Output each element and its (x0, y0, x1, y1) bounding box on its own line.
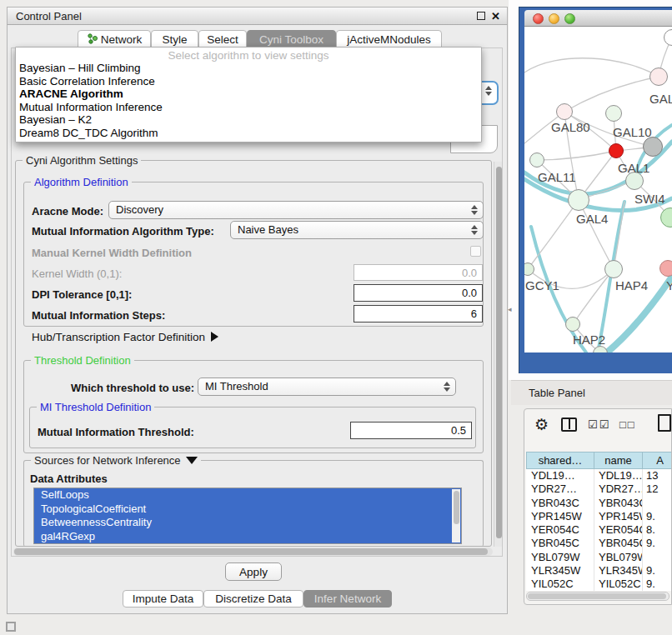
cell-value: 9. (643, 510, 672, 523)
bottom-corner-icon[interactable] (6, 622, 16, 632)
network-node[interactable] (565, 317, 580, 332)
tab-discretize-data[interactable]: Discretize Data (203, 590, 303, 608)
table-row[interactable]: YBR045C YBR045C 9. (526, 537, 672, 550)
window-minimize-icon[interactable] (549, 13, 559, 24)
table-row[interactable]: YIL052C YIL052C 9. (526, 578, 672, 591)
data-attribute-item[interactable]: TopologicalCoefficient (34, 502, 461, 517)
document-icon[interactable] (658, 414, 671, 432)
expander-right-arrow-icon (211, 332, 218, 342)
network-icon (87, 33, 98, 47)
select-all-checkboxes-icon[interactable]: ☑☑ (588, 418, 610, 431)
cell-value (643, 497, 672, 510)
table-row[interactable]: YER054C YER054C 8. (526, 523, 672, 537)
mi-steps-label: Mutual Information Steps: (32, 309, 165, 322)
manual-kernel-width-checkbox[interactable] (470, 246, 481, 257)
cell-name: YLR345W (594, 564, 643, 578)
scrollbar-thumb[interactable] (496, 167, 502, 538)
algorithm-popup-item[interactable]: Mutual Information Inference (16, 101, 481, 114)
table-horizontal-scrollbar[interactable] (526, 592, 669, 601)
aracne-mode-label: Aracne Mode: (32, 205, 103, 218)
group-title: MI Threshold Definition (37, 401, 154, 413)
kernel-width-field[interactable]: 0.0 (354, 264, 483, 281)
mi-threshold-field[interactable]: 0.5 (350, 422, 472, 439)
network-node[interactable] (604, 260, 623, 278)
data-attribute-item[interactable]: gal4RGexp (34, 530, 461, 544)
network-node[interactable] (605, 105, 622, 122)
dpi-tolerance-field[interactable]: 0.0 (354, 284, 483, 302)
deselect-all-checkboxes-icon[interactable]: □□ (619, 418, 636, 431)
cell-value (643, 551, 672, 564)
mi-algorithm-type-select[interactable]: Naive Bayes (230, 221, 484, 239)
table-panel: ⚙ ☑☑ □□ shared… name A YDL19… YDL19… 13 … (524, 408, 672, 605)
network-node[interactable] (643, 137, 663, 157)
cell-value: 9. (643, 537, 672, 550)
tab-label: jActiveMNodules (347, 33, 431, 46)
column-header-partial[interactable]: A (643, 452, 672, 469)
network-node[interactable] (649, 68, 668, 86)
network-node[interactable] (659, 260, 672, 277)
cell-shared-name: YPR145W (526, 510, 594, 523)
data-attribute-item[interactable]: SelfLoops (34, 488, 461, 502)
aracne-mode-select[interactable]: Discovery (108, 201, 484, 219)
algorithm-popup-item[interactable]: Bayesian – Hill Climbing (16, 62, 481, 75)
scrollbar-thumb[interactable] (454, 491, 459, 524)
cell-name: YDL19… (594, 469, 643, 482)
cell-value: 13 (643, 469, 672, 482)
network-node[interactable] (568, 189, 589, 211)
apply-button[interactable]: Apply (225, 562, 282, 581)
settings-horizontal-scrollbar[interactable] (13, 548, 493, 556)
network-node[interactable] (609, 143, 624, 158)
gear-icon[interactable]: ⚙ (534, 415, 549, 434)
hub-definition-expander[interactable]: Hub/Transcription Factor Definition (32, 331, 218, 343)
data-attribute-item[interactable]: BetweennessCentrality (34, 516, 461, 530)
table-row[interactable]: YPR145W YPR145W 9. (526, 510, 672, 523)
scrollbar-thumb[interactable] (528, 593, 666, 599)
cell-name: YIL052C (594, 578, 643, 591)
tab-label: Select (207, 33, 238, 46)
which-threshold-label: Which threshold to use: (71, 382, 194, 394)
close-icon[interactable]: ✕ (491, 9, 500, 23)
network-node[interactable] (556, 103, 573, 120)
column-header-name[interactable]: name (594, 452, 643, 469)
table-header: shared… name A (526, 452, 672, 469)
popup-placeholder: Select algorithm to view settings (16, 49, 481, 62)
cell-shared-name: YBR045C (526, 537, 594, 550)
cell-shared-name: YBL079W (526, 551, 594, 564)
hub-definition-label: Hub/Transcription Factor Definition (32, 331, 205, 343)
cell-shared-name: YBR043C (526, 497, 594, 510)
combo-arrows-icon (443, 381, 450, 392)
float-window-icon[interactable] (477, 12, 485, 20)
network-canvas[interactable]: GALGAL80GAL10GAL1GAL11SWI4GAL4GCY1HAP4YH… (524, 27, 672, 352)
tab-infer-network[interactable]: Infer Network (303, 590, 392, 608)
mi-steps-field[interactable]: 6 (354, 305, 483, 322)
table-row[interactable]: YLR345W YLR345W 9. (526, 564, 672, 578)
window-zoom-icon[interactable] (564, 13, 575, 24)
list-scrollbar[interactable] (452, 489, 460, 542)
combo-arrows-icon (470, 224, 478, 236)
panel-splitter-handle[interactable]: ◂ (508, 305, 512, 313)
window-close-icon[interactable] (533, 13, 544, 24)
columns-icon[interactable] (561, 418, 577, 432)
tab-label: Discretize Data (215, 592, 292, 605)
algorithm-popup-item[interactable]: Dream8 DC_TDC Algorithm (16, 127, 481, 140)
algorithm-popup-item[interactable]: ARACNE Algorithm (16, 88, 481, 101)
table-row[interactable]: YDL19… YDL19… 13 (526, 469, 672, 482)
table-row[interactable]: YBL079W YBL079W (526, 551, 672, 564)
tab-impute-data[interactable]: Impute Data (123, 590, 203, 608)
cell-name: YBR045C (594, 537, 643, 550)
which-threshold-select[interactable]: MI Threshold (198, 378, 456, 396)
algorithm-popup-item[interactable]: Bayesian – K2 (16, 113, 481, 127)
tab-label: Cyni Toolbox (259, 33, 323, 46)
cell-shared-name: YDL19… (526, 469, 594, 482)
table-row[interactable]: YBR043C YBR043C (526, 497, 672, 510)
algorithm-popup-item[interactable]: Basic Correlation Inference (16, 75, 481, 88)
apply-label: Apply (239, 566, 268, 578)
table-row[interactable]: YDR27… YDR27… 12 (526, 482, 672, 496)
panel-title: Control Panel (16, 10, 82, 22)
settings-vertical-scrollbar[interactable] (494, 162, 502, 547)
column-header-shared-name[interactable]: shared… (526, 452, 594, 469)
network-node[interactable] (529, 152, 544, 168)
group-title: Threshold Definition (31, 354, 134, 367)
manual-kernel-width-label: Manual Kernel Width Definition (32, 247, 192, 259)
scrollbar-thumb[interactable] (14, 548, 488, 555)
